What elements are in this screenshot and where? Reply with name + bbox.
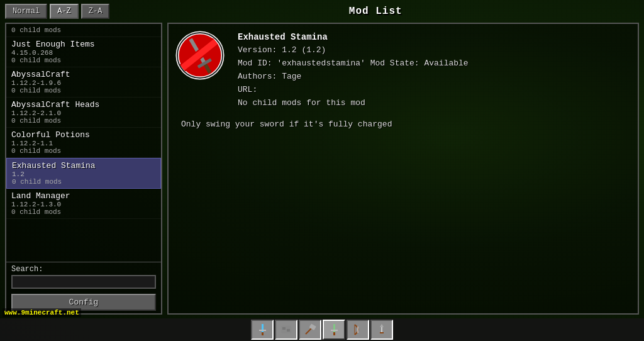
mod-name: AbyssalCraft Heads [11,100,156,109]
hotbar-slot-4[interactable] [323,320,345,340]
watermark: www.9minecraft.net [3,308,81,317]
list-item[interactable]: AbyssalCraft Heads 1.12.2-2.1.0 0 child … [6,98,161,128]
sword-icon [256,323,269,336]
mod-version: 4.15.0.268 [11,49,156,57]
bow-icon [352,323,364,336]
mod-children: 0 child mods [12,178,155,186]
svg-rect-11 [262,332,264,335]
list-item[interactable]: Just Enough Items 4.15.0.268 0 child mod… [6,37,161,67]
mod-version: 1.12.2-1.3.0 [11,201,156,208]
hotbar-slot-2[interactable] [275,320,297,340]
right-panel: Exhausted Stamina Version: 1.2 (1.2) Mod… [167,23,639,315]
hotbar-slot-3[interactable] [299,320,321,340]
no-entry-sign-icon [175,30,225,81]
mod-detail-children: No child mods for this mod [238,97,469,110]
mod-detail-name: Exhausted Stamina [238,30,469,44]
svg-rect-19 [333,332,335,335]
left-panel: 0 child mods Just Enough Items 4.15.0.26… [5,23,162,315]
mod-description: Only swing your sword if it's fully char… [181,120,392,129]
arrow-icon [375,323,388,336]
mod-name: Colorful Potions [11,130,156,140]
mod-name: AbyssalCraft [11,70,156,79]
green-sword-icon [328,323,340,336]
mod-detail-top: Exhausted Stamina Version: 1.2 (1.2) Mod… [175,30,631,109]
page-title: Mod List [112,6,639,17]
svg-rect-24 [380,332,384,333]
mod-detail-authors: Authors: Tage [238,70,469,84]
svg-rect-18 [331,330,338,331]
list-item-selected[interactable]: Exhausted Stamina 1.2 0 child mods [6,158,161,189]
search-input[interactable] [11,275,156,289]
content-area: 0 child mods Just Enough Items 4.15.0.26… [0,23,644,317]
mod-children: 0 child mods [11,208,156,216]
mod-children: 0 child mods [11,117,156,125]
mod-children: 0 child mods [11,57,156,64]
svg-rect-10 [259,330,266,331]
hotbar-slot-5[interactable] [347,320,369,340]
mod-children: 0 child mods [11,147,156,155]
list-item[interactable]: 0 child mods [6,24,161,37]
list-item[interactable]: AbyssalCraft 1.12.2-1.9.6 0 child mods [6,67,161,98]
hotbar-slot-1[interactable] [251,320,274,340]
hotbar [0,318,644,341]
sort-za-button[interactable]: Z-A [81,4,110,19]
mod-detail-url: URL: [238,84,469,97]
mod-version: 1.12.2-1.1 [11,140,156,147]
mod-version: 1.12.2-2.1.0 [11,109,156,117]
list-item[interactable]: Colorful Potions 1.12.2-1.1 0 child mods [6,128,161,158]
svg-rect-17 [333,324,335,333]
svg-rect-9 [262,324,264,333]
sort-az-button[interactable]: A-Z [50,4,79,19]
search-label: Search: [11,265,156,274]
svg-rect-14 [287,329,290,332]
svg-rect-13 [282,327,286,330]
mod-name: Exhausted Stamina [12,161,155,170]
mod-detail-id: Mod ID: 'exhaustedstamina' Mod State: Av… [238,57,469,70]
mod-children: 0 child mods [11,26,156,34]
mod-children: 0 child mods [11,87,156,94]
mod-version: 1.12.2-1.9.6 [11,79,156,87]
top-bar: Normal A-Z Z-A Mod List [0,0,644,23]
list-item[interactable]: Land Manager 1.12.2-1.3.0 0 child mods [6,189,161,219]
mod-version: 1.2 [12,170,155,178]
pickaxe-icon [304,323,316,336]
sort-normal-button[interactable]: Normal [5,4,47,19]
search-area: Search: [6,262,161,291]
mod-detail-version: Version: 1.2 (1.2) [238,44,469,57]
svg-marker-23 [380,324,384,327]
stone-icon [280,323,292,336]
hotbar-slot-6[interactable] [370,320,393,340]
mod-detail-content: Exhausted Stamina Version: 1.2 (1.2) Mod… [175,30,631,129]
mod-name: Just Enough Items [11,40,156,49]
mod-list[interactable]: 0 child mods Just Enough Items 4.15.0.26… [6,24,161,262]
mod-icon [175,30,225,81]
mod-name: Land Manager [11,191,156,201]
mod-details: Exhausted Stamina Version: 1.2 (1.2) Mod… [238,30,469,109]
